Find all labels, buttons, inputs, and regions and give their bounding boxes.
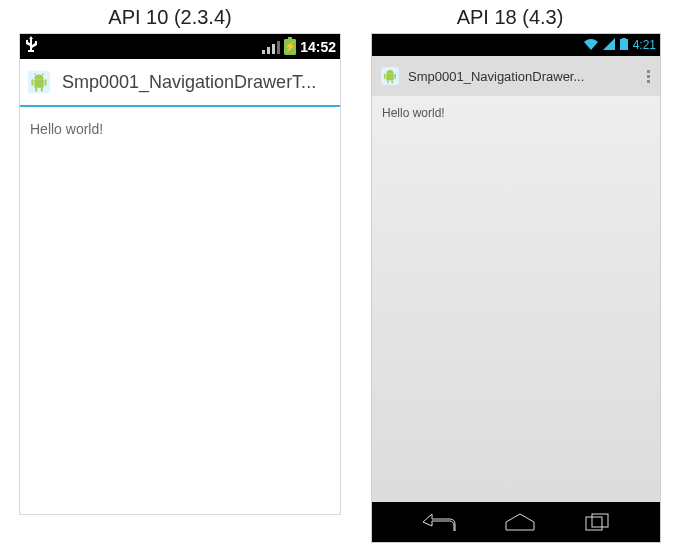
wifi-icon [584,38,598,53]
device-api18: 4:21 Smp0001_NavigationDrawer... Hello w… [372,34,660,542]
battery-icon [620,38,628,53]
svg-rect-15 [386,74,394,81]
svg-rect-2 [272,44,275,54]
svg-rect-16 [384,74,386,79]
hello-text: Hello world! [30,121,103,137]
actionbar-api10: Smp0001_NavigationDrawerT... [20,59,340,107]
svg-rect-6 [32,79,34,86]
android-app-icon [24,67,54,97]
content-area-api10: Hello world! [20,107,340,514]
device-api10: ⚡ 14:52 Smp0001_NavigationDrawerT... [20,34,340,514]
actionbar-api18: Smp0001_NavigationDrawer... [372,56,660,96]
statusbar-time: 14:52 [300,39,336,55]
hello-text: Hello world! [382,106,445,120]
svg-rect-5 [34,79,43,87]
col-label-right: API 18 (4.3) [340,6,680,29]
svg-rect-21 [592,514,608,527]
back-button[interactable] [422,513,456,531]
actionbar-title: Smp0001_NavigationDrawer... [408,69,584,84]
overflow-menu-button[interactable] [638,61,658,91]
usb-icon [24,36,38,57]
statusbar-time: 4:21 [633,38,656,52]
svg-rect-18 [387,81,389,84]
home-button[interactable] [505,513,535,531]
svg-rect-0 [262,50,265,54]
statusbar-api10: ⚡ 14:52 [20,34,340,59]
navigation-bar [372,502,660,542]
svg-rect-8 [35,88,37,92]
content-area-api18: Hello world! [372,96,660,502]
col-label-left: API 10 (2.3.4) [0,6,340,29]
svg-rect-20 [586,517,602,530]
actionbar-title: Smp0001_NavigationDrawerT... [62,72,316,93]
svg-rect-13 [622,38,626,39]
statusbar-api18: 4:21 [372,34,660,56]
svg-rect-1 [267,47,270,54]
svg-rect-19 [392,81,394,84]
svg-rect-9 [41,88,43,92]
signal-icon [603,38,615,53]
signal-icon [262,40,280,54]
svg-rect-17 [395,74,397,79]
recent-apps-button[interactable] [585,513,611,531]
android-app-icon [378,64,402,88]
svg-rect-3 [277,41,280,54]
svg-rect-12 [620,39,628,50]
svg-rect-7 [45,79,47,86]
battery-charging-icon: ⚡ [284,39,296,55]
